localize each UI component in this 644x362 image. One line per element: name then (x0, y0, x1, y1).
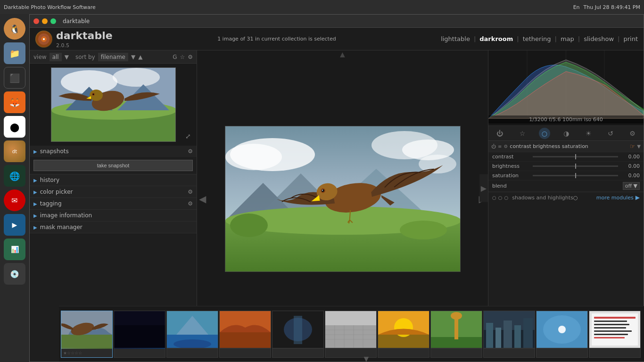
cbs-dropdown-icon[interactable]: ▼ (637, 144, 641, 149)
dock-icon-disk[interactable]: 💿 (4, 263, 25, 285)
dock-icon-ubuntu[interactable]: 🐧 (4, 18, 25, 40)
shadows-circle: ○ (573, 195, 578, 201)
filmstrip-area: ▲ ★☆☆☆☆ (59, 306, 644, 362)
tagging-header[interactable]: ▶ tagging ⚙ (30, 198, 197, 209)
filmstrip-thumb-5[interactable] (272, 311, 324, 358)
dock-icon-darktable[interactable]: dt (4, 140, 25, 162)
view-value[interactable]: all (50, 53, 62, 61)
sort-dropdown-icon[interactable]: ▼ (131, 54, 135, 60)
filmstrip-thumb-10[interactable] (536, 311, 588, 358)
cbs-settings-icon[interactable]: ⚙ (504, 144, 508, 149)
view-flag-icon[interactable]: ☆ (180, 54, 185, 60)
right-panel-toggle[interactable]: ▶ (479, 174, 488, 202)
color-picker-section: ▶ color picker ⚙ (30, 186, 197, 198)
prev-image-arrow[interactable]: ◀ (197, 189, 208, 208)
sort-value[interactable]: filename (98, 53, 128, 61)
filmstrip-thumb-7[interactable] (378, 311, 429, 358)
module-wrench-icon[interactable]: ⚙ (627, 128, 638, 139)
filmstrip-thumb-4[interactable] (219, 311, 271, 358)
dock-icon-firefox[interactable]: 🦊 (4, 91, 25, 113)
module-circle-icon[interactable]: ○ (539, 128, 550, 139)
take-snapshot-button[interactable]: take snapshot (33, 160, 193, 171)
thumb10-svg (537, 311, 587, 348)
nav-tethering[interactable]: tethering (523, 35, 551, 42)
dock-icon-app2[interactable]: ✉ (4, 189, 25, 211)
snapshots-header[interactable]: ▶ snapshots ⚙ (30, 146, 197, 157)
filmstrip-thumb-8[interactable] (430, 311, 482, 358)
sort-order-icon[interactable]: ▲ (138, 54, 142, 60)
dock-icon-app1[interactable]: 🌐 (4, 165, 25, 187)
view-star-icon[interactable]: G (173, 54, 177, 60)
module-sun-icon[interactable]: ☀ (583, 128, 594, 139)
filmstrip-thumb-3[interactable] (166, 311, 218, 358)
filmstrip-thumb-11[interactable] (589, 311, 641, 358)
thumb3-inner (167, 311, 218, 349)
mask-manager-header[interactable]: ▶ mask manager (30, 222, 197, 233)
svg-rect-80 (594, 317, 636, 319)
filmstrip-thumb-1[interactable]: ★☆☆☆☆ (61, 311, 113, 358)
dock-icon-files[interactable]: 📁 (4, 42, 25, 64)
nav-darkroom[interactable]: darkroom (479, 35, 513, 42)
taskbar-time: Thu Jul 28 8:49:41 PM (584, 4, 640, 10)
svg-rect-84 (594, 330, 632, 332)
thumb2-inner (114, 311, 165, 349)
history-arrow: ▶ (33, 178, 37, 183)
module-halfcircle-icon[interactable]: ◑ (561, 128, 572, 139)
blend-value-text: off (625, 183, 632, 189)
view-gear-icon[interactable]: ⚙ (188, 54, 193, 60)
snapshots-section: ▶ snapshots ⚙ take snapshot (30, 146, 197, 174)
filmstrip-thumb-2[interactable] (114, 311, 165, 358)
filmstrip-thumb-6[interactable] (325, 311, 377, 358)
filmstrip-down-arrow[interactable]: ▼ (364, 355, 369, 362)
thumb11-inner (589, 311, 640, 349)
minimize-button[interactable] (42, 18, 48, 24)
snapshots-arrow: ▶ (33, 149, 37, 154)
cbs-power-icon[interactable]: ⏻ (491, 144, 496, 149)
image-information-header[interactable]: ▶ image information (30, 210, 197, 221)
dock-icon-chrome[interactable]: ⬤ (4, 116, 25, 138)
nav-lighttable[interactable]: lighttable (441, 35, 470, 42)
thumb6-inner (325, 311, 376, 349)
shadows-highlights-icon2: ○ (498, 195, 503, 200)
image-area-up[interactable]: ▲ (340, 50, 345, 58)
history-header[interactable]: ▶ history (30, 174, 197, 186)
module-power-icon[interactable]: ⏻ (494, 128, 506, 139)
nav-slideshow[interactable]: slideshow (584, 35, 614, 42)
svg-point-12 (90, 90, 103, 101)
thumb10-inner (537, 311, 587, 349)
mask-manager-arrow: ▶ (33, 225, 37, 230)
more-modules-button[interactable]: more modules (578, 195, 633, 201)
maximize-button[interactable] (50, 18, 56, 24)
dock-icon-terminal[interactable]: ⬛ (4, 67, 25, 89)
svg-rect-81 (594, 321, 627, 322)
cbs-hand-icon[interactable]: ☞ (630, 143, 636, 150)
image-information-label: image information (40, 212, 92, 219)
tagging-gear[interactable]: ⚙ (188, 200, 193, 207)
taskbar-title: Darktable Photo Workflow Software (4, 4, 96, 10)
color-picker-header[interactable]: ▶ color picker ⚙ (30, 186, 197, 197)
snapshots-gear[interactable]: ⚙ (188, 148, 193, 155)
blend-value[interactable]: off ▼ (623, 182, 640, 190)
brightness-slider[interactable] (533, 165, 618, 167)
color-picker-gear[interactable]: ⚙ (188, 189, 193, 195)
collection-info: 1 image of 31 in current collection is s… (217, 36, 336, 42)
tagging-arrow: ▶ (33, 201, 37, 206)
cbs-list-icon[interactable]: ≡ (498, 144, 502, 149)
view-dropdown-icon[interactable]: ▼ (65, 54, 69, 60)
brightness-label: brightness (492, 163, 530, 169)
taskbar: Darktable Photo Workflow Software En Thu… (0, 0, 644, 14)
main-image-svg (225, 126, 461, 272)
nav-map[interactable]: map (561, 35, 574, 42)
brightness-row: brightness 0.00 (488, 162, 644, 171)
module-refresh-icon[interactable]: ↺ (605, 128, 616, 139)
blend-row: blend off ▼ (488, 181, 644, 192)
expand-icon[interactable]: ⤢ (185, 132, 191, 140)
saturation-slider[interactable] (533, 175, 618, 176)
module-star-icon[interactable]: ☆ (517, 128, 528, 139)
dock-icon-app3[interactable]: ▶ (4, 214, 25, 236)
filmstrip-thumb-9[interactable] (483, 311, 535, 358)
nav-print[interactable]: print (623, 35, 638, 42)
dock-icon-app4[interactable]: 📊 (4, 239, 25, 260)
close-button[interactable] (33, 18, 39, 24)
contrast-slider[interactable] (533, 156, 618, 157)
